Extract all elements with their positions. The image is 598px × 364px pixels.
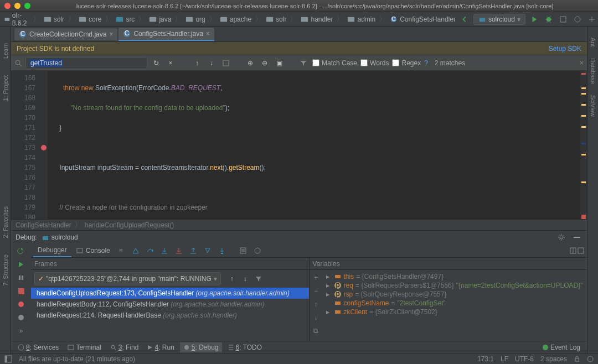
tool-windows-icon[interactable] xyxy=(4,355,12,363)
close-icon[interactable] xyxy=(4,3,11,9)
console-tab[interactable]: Console xyxy=(71,245,115,257)
terminal-tab[interactable]: Terminal xyxy=(64,342,104,352)
error-stripe[interactable] xyxy=(580,71,587,219)
code-area[interactable]: throw new SolrException(ErrorCode.BAD_RE… xyxy=(48,71,580,219)
remove-selection-icon[interactable]: ⊖ xyxy=(259,58,270,69)
breadcrumb[interactable]: apache xyxy=(218,14,254,24)
resume-icon[interactable] xyxy=(15,258,27,271)
step-over-icon[interactable] xyxy=(144,245,156,257)
editor-tab[interactable]: C CreateCollectionCmd.java × xyxy=(14,28,117,40)
caret-pos[interactable]: 173:1 xyxy=(477,355,494,363)
tool-tab-project[interactable]: 1: Project xyxy=(2,75,9,101)
zoom-icon[interactable] xyxy=(24,3,30,9)
run-tab[interactable]: 4: Run xyxy=(144,342,177,352)
window-controls[interactable] xyxy=(4,3,30,9)
filter-icon[interactable] xyxy=(298,58,309,69)
breadcrumb[interactable]: olr-8.6.2 xyxy=(2,11,32,28)
regex-checkbox[interactable]: Regex xyxy=(392,59,421,67)
profile-icon[interactable] xyxy=(572,14,583,25)
new-watch-icon[interactable]: + xyxy=(311,272,322,283)
find-input[interactable]: getTrusted xyxy=(25,57,147,69)
help-icon[interactable]: ? xyxy=(424,59,428,67)
breadcrumb[interactable]: core xyxy=(76,14,104,24)
stack-frame[interactable]: handleConfigUploadRequest:173, ConfigSet… xyxy=(31,288,309,299)
tool-tab-ant[interactable]: Ant xyxy=(590,38,596,47)
tool-tab-favorites[interactable]: 2: Favorites xyxy=(2,206,9,238)
debug-config[interactable]: solrcloud xyxy=(42,233,78,241)
rerun-icon[interactable] xyxy=(15,245,27,257)
next-match-icon[interactable]: ↓ xyxy=(206,58,217,69)
variable-row[interactable]: ▸preq = {SolrRequestParsers$1@7556} "{na… xyxy=(324,281,586,290)
variable-row[interactable]: ▸zkClient = {SolrZkClient@7502} xyxy=(324,308,586,316)
crumb-method[interactable]: handleConfigUploadRequest() xyxy=(85,221,174,229)
breadcrumb[interactable]: handler xyxy=(298,14,335,24)
evaluate-icon[interactable] xyxy=(237,245,249,257)
debug-tab[interactable]: 5: Debug xyxy=(180,342,222,352)
line-ending[interactable]: LF xyxy=(501,355,508,363)
tool-tab-sciview[interactable]: SciView xyxy=(590,95,596,117)
stack-frame[interactable]: handleRequestBody:112, ConfigSetsHandler… xyxy=(31,299,309,310)
prev-frame-icon[interactable]: ↑ xyxy=(226,273,238,284)
match-case-checkbox[interactable]: Match Case xyxy=(312,59,357,67)
pause-icon[interactable] xyxy=(15,272,27,284)
show-exec-point-icon[interactable] xyxy=(130,245,142,257)
debug-icon[interactable] xyxy=(543,14,554,25)
prev-match-icon[interactable]: ↑ xyxy=(192,58,203,69)
variable-list[interactable]: ▸this = {ConfigSetsHandler@7497} ▸preq =… xyxy=(323,270,587,350)
code-breadcrumb[interactable]: ConfigSetsHandler 〉 handleConfigUploadRe… xyxy=(11,219,587,230)
breadcrumb[interactable]: src xyxy=(114,14,137,24)
select-all-icon[interactable] xyxy=(220,58,231,69)
close-findbar-icon[interactable]: × xyxy=(580,59,584,67)
next-frame-icon[interactable]: ↓ xyxy=(240,273,251,284)
editor-tab[interactable]: C ConfigSetsHandler.java × xyxy=(118,28,214,41)
remove-watch-icon[interactable]: − xyxy=(311,285,322,297)
stack-frame[interactable]: handleRequest:214, RequestHandlerBase (o… xyxy=(31,310,309,321)
breadcrumb[interactable]: solr xyxy=(264,14,288,24)
dup-watch-icon[interactable]: ⧉ xyxy=(311,325,322,336)
stop-icon[interactable] xyxy=(15,285,27,297)
minimize-icon[interactable]: — xyxy=(571,232,582,243)
filter-frames-icon[interactable] xyxy=(253,273,264,284)
tool-tab-learn[interactable]: Learn xyxy=(2,43,9,59)
close-tab-icon[interactable]: × xyxy=(109,30,113,38)
find-tab[interactable]: 3: Find xyxy=(107,342,142,352)
setup-sdk-link[interactable]: Setup SDK xyxy=(549,45,581,53)
thread-selector[interactable]: ✓ "qtp1426725223-25"@2,744 in group "mai… xyxy=(34,272,221,285)
step-out-icon[interactable] xyxy=(187,245,199,257)
view-breakpoints-icon[interactable] xyxy=(15,298,27,310)
breadcrumb[interactable]: java xyxy=(147,14,173,24)
pin-icon[interactable] xyxy=(577,247,585,254)
down-watch-icon[interactable]: ↓ xyxy=(311,312,322,323)
tool-tab-structure[interactable]: 7: Structure xyxy=(2,254,9,286)
breadcrumb[interactable]: solr xyxy=(42,14,66,24)
breadcrumb[interactable]: CConfigSetsHandler xyxy=(388,14,458,24)
variable-row[interactable]: ▸this = {ConfigSetsHandler@7497} xyxy=(324,272,586,281)
read-only-icon[interactable] xyxy=(574,356,580,362)
run-config-dropdown[interactable]: solrcloud ▾ xyxy=(473,14,525,25)
trace-icon[interactable] xyxy=(251,245,264,257)
breakpoint-gutter[interactable] xyxy=(40,71,48,219)
mute-breakpoints-icon[interactable] xyxy=(15,311,27,324)
back-icon[interactable] xyxy=(459,14,470,25)
todo-tab[interactable]: 6: TODO xyxy=(224,342,266,352)
more-icon[interactable]: » xyxy=(15,325,27,337)
layout-icon[interactable] xyxy=(569,247,577,254)
clear-icon[interactable]: × xyxy=(165,58,176,69)
select-all2-icon[interactable]: ▣ xyxy=(274,58,285,69)
indent[interactable]: 2 spaces xyxy=(540,355,567,363)
breadcrumb[interactable]: org xyxy=(183,14,207,24)
memory-icon[interactable] xyxy=(587,356,594,362)
coverage-icon[interactable] xyxy=(558,14,569,25)
force-step-into-icon[interactable] xyxy=(173,245,185,257)
code-editor[interactable]: 1661671681691701711721731741751761771781… xyxy=(11,71,587,219)
minimize-icon[interactable] xyxy=(14,3,20,9)
encoding[interactable]: UTF-8 xyxy=(515,355,534,363)
step-into-icon[interactable] xyxy=(158,245,171,257)
close-tab-icon[interactable]: × xyxy=(206,30,210,38)
add-selection-icon[interactable]: ⊕ xyxy=(245,58,256,69)
variable-row[interactable]: ▸prsp = {SolrQueryResponse@7557} xyxy=(324,290,586,299)
words-checkbox[interactable]: Words xyxy=(360,59,389,67)
attach-icon[interactable] xyxy=(586,14,597,25)
breadcrumb[interactable]: admin xyxy=(345,14,378,24)
services-tab[interactable]: 8: Services xyxy=(14,342,62,352)
